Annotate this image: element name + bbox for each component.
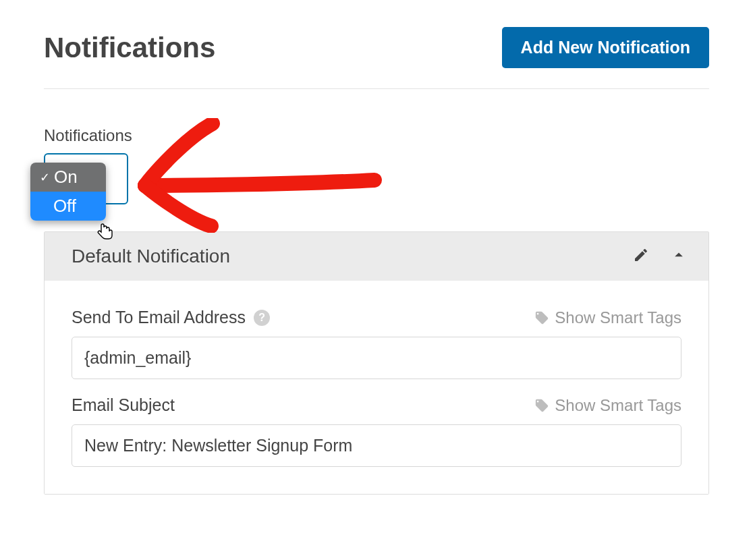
panel-header: Default Notification <box>45 232 708 281</box>
send-to-smart-tags-link[interactable]: Show Smart Tags <box>534 308 681 327</box>
panel-title: Default Notification <box>72 246 230 267</box>
send-to-input[interactable] <box>72 337 681 379</box>
send-to-label-text: Send To Email Address <box>72 308 246 327</box>
subject-row: Email Subject Show Smart Tags <box>72 395 681 415</box>
add-notification-button[interactable]: Add New Notification <box>502 27 709 68</box>
send-to-row: Send To Email Address ? Show Smart Tags <box>72 308 681 327</box>
toggle-option-on[interactable]: ✓ On <box>30 163 106 192</box>
subject-label-text: Email Subject <box>72 395 175 415</box>
check-icon: ✓ <box>40 170 50 185</box>
toggle-on-label: On <box>54 167 78 188</box>
panel-body: Send To Email Address ? Show Smart Tags … <box>45 281 708 494</box>
smart-tags-label: Show Smart Tags <box>555 396 681 415</box>
notifications-section-label: Notifications <box>44 126 709 145</box>
tag-icon <box>534 398 549 413</box>
edit-icon[interactable] <box>633 247 649 266</box>
page-header: Notifications Add New Notification <box>44 27 709 89</box>
send-to-label: Send To Email Address ? <box>72 308 270 327</box>
notifications-toggle[interactable]: ✓ On Off <box>44 153 128 204</box>
subject-smart-tags-link[interactable]: Show Smart Tags <box>534 396 681 415</box>
subject-input[interactable] <box>72 424 681 467</box>
page-title: Notifications <box>44 32 215 64</box>
collapse-icon[interactable] <box>669 246 688 267</box>
toggle-option-off[interactable]: Off <box>30 192 106 221</box>
notification-panel: Default Notification Send To Email Addre… <box>44 231 709 495</box>
help-icon[interactable]: ? <box>254 310 270 326</box>
tag-icon <box>534 310 549 325</box>
smart-tags-label: Show Smart Tags <box>555 308 681 327</box>
toggle-off-label: Off <box>53 196 76 217</box>
toggle-dropdown[interactable]: ✓ On Off <box>30 163 106 221</box>
panel-actions <box>633 246 688 267</box>
cursor-icon <box>96 223 114 243</box>
subject-label: Email Subject <box>72 395 175 415</box>
